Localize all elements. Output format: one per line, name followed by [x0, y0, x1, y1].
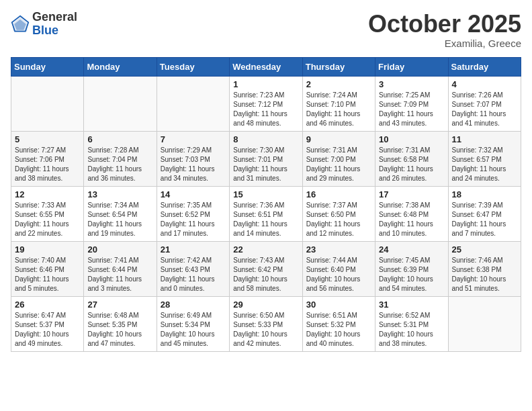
table-row: 1Sunrise: 7:23 AM Sunset: 7:12 PM Daylig… [230, 76, 302, 131]
day-detail: Sunrise: 7:43 AM Sunset: 6:42 PM Dayligh… [233, 256, 298, 293]
col-tuesday: Tuesday [157, 57, 229, 76]
day-detail: Sunrise: 6:50 AM Sunset: 5:33 PM Dayligh… [233, 311, 298, 349]
calendar-week-row: 19Sunrise: 7:40 AM Sunset: 6:46 PM Dayli… [11, 241, 521, 296]
col-monday: Monday [84, 57, 157, 76]
table-row: 18Sunrise: 7:39 AM Sunset: 6:47 PM Dayli… [448, 186, 521, 241]
day-number: 26 [15, 300, 80, 310]
day-detail: Sunrise: 7:37 AM Sunset: 6:50 PM Dayligh… [306, 201, 371, 238]
day-detail: Sunrise: 7:25 AM Sunset: 7:09 PM Dayligh… [379, 91, 444, 128]
calendar-table: Sunday Monday Tuesday Wednesday Thursday… [11, 57, 521, 352]
table-row: 12Sunrise: 7:33 AM Sunset: 6:55 PM Dayli… [11, 186, 84, 241]
day-number: 23 [306, 244, 371, 255]
day-number: 10 [379, 134, 444, 144]
day-number: 7 [161, 134, 226, 144]
day-detail: Sunrise: 7:38 AM Sunset: 6:48 PM Dayligh… [379, 201, 444, 238]
day-number: 24 [379, 244, 444, 255]
day-number: 9 [306, 134, 371, 144]
day-number: 18 [452, 189, 517, 199]
day-detail: Sunrise: 7:35 AM Sunset: 6:52 PM Dayligh… [161, 201, 226, 238]
day-detail: Sunrise: 7:46 AM Sunset: 6:38 PM Dayligh… [452, 256, 517, 293]
day-number: 2 [306, 79, 371, 89]
col-thursday: Thursday [302, 57, 375, 76]
table-row: 3Sunrise: 7:25 AM Sunset: 7:09 PM Daylig… [375, 76, 448, 131]
page-header: General Blue October 2025 Examilia, Gree… [11, 11, 521, 49]
day-detail: Sunrise: 7:27 AM Sunset: 7:06 PM Dayligh… [15, 146, 80, 183]
day-detail: Sunrise: 7:45 AM Sunset: 6:39 PM Dayligh… [379, 256, 444, 293]
day-detail: Sunrise: 7:31 AM Sunset: 6:58 PM Dayligh… [379, 146, 444, 183]
table-row: 26Sunrise: 6:47 AM Sunset: 5:37 PM Dayli… [11, 296, 84, 351]
day-number: 22 [233, 244, 298, 255]
day-detail: Sunrise: 7:34 AM Sunset: 6:54 PM Dayligh… [87, 201, 152, 238]
col-sunday: Sunday [11, 57, 84, 76]
day-number: 27 [87, 300, 152, 310]
table-row: 20Sunrise: 7:41 AM Sunset: 6:44 PM Dayli… [84, 241, 157, 296]
table-row: 14Sunrise: 7:35 AM Sunset: 6:52 PM Dayli… [157, 186, 229, 241]
logo-blue: Blue [32, 24, 58, 37]
calendar-week-row: 1Sunrise: 7:23 AM Sunset: 7:12 PM Daylig… [11, 76, 521, 131]
table-row: 21Sunrise: 7:42 AM Sunset: 6:43 PM Dayli… [157, 241, 229, 296]
table-row: 29Sunrise: 6:50 AM Sunset: 5:33 PM Dayli… [230, 296, 302, 351]
day-number: 25 [452, 244, 517, 255]
table-row: 6Sunrise: 7:28 AM Sunset: 7:04 PM Daylig… [84, 131, 157, 186]
table-row: 2Sunrise: 7:24 AM Sunset: 7:10 PM Daylig… [302, 76, 375, 131]
table-row: 19Sunrise: 7:40 AM Sunset: 6:46 PM Dayli… [11, 241, 84, 296]
day-number: 15 [233, 189, 298, 199]
day-number: 17 [379, 189, 444, 199]
day-number: 14 [161, 189, 226, 199]
day-number: 30 [306, 300, 371, 310]
table-row: 11Sunrise: 7:32 AM Sunset: 6:57 PM Dayli… [448, 131, 521, 186]
day-detail: Sunrise: 7:42 AM Sunset: 6:43 PM Dayligh… [161, 256, 226, 293]
day-number: 11 [452, 134, 517, 144]
col-saturday: Saturday [448, 57, 521, 76]
day-detail: Sunrise: 7:28 AM Sunset: 7:04 PM Dayligh… [87, 146, 152, 183]
calendar-week-row: 26Sunrise: 6:47 AM Sunset: 5:37 PM Dayli… [11, 296, 521, 351]
day-number: 29 [233, 300, 298, 310]
table-row: 9Sunrise: 7:31 AM Sunset: 7:00 PM Daylig… [302, 131, 375, 186]
logo-text: General Blue [32, 11, 77, 38]
day-detail: Sunrise: 7:36 AM Sunset: 6:51 PM Dayligh… [233, 201, 298, 238]
day-detail: Sunrise: 6:49 AM Sunset: 5:34 PM Dayligh… [161, 311, 226, 349]
table-row: 5Sunrise: 7:27 AM Sunset: 7:06 PM Daylig… [11, 131, 84, 186]
day-detail: Sunrise: 7:41 AM Sunset: 6:44 PM Dayligh… [87, 256, 152, 293]
table-row: 17Sunrise: 7:38 AM Sunset: 6:48 PM Dayli… [375, 186, 448, 241]
day-detail: Sunrise: 7:30 AM Sunset: 7:01 PM Dayligh… [233, 146, 298, 183]
location-subtitle: Examilia, Greece [368, 38, 521, 49]
day-number: 3 [379, 79, 444, 89]
logo-icon [11, 15, 30, 34]
day-detail: Sunrise: 7:40 AM Sunset: 6:46 PM Dayligh… [15, 256, 80, 293]
table-row: 15Sunrise: 7:36 AM Sunset: 6:51 PM Dayli… [230, 186, 302, 241]
day-number: 28 [161, 300, 226, 310]
day-detail: Sunrise: 7:29 AM Sunset: 7:03 PM Dayligh… [161, 146, 226, 183]
day-detail: Sunrise: 6:51 AM Sunset: 5:32 PM Dayligh… [306, 311, 371, 349]
day-detail: Sunrise: 7:24 AM Sunset: 7:10 PM Dayligh… [306, 91, 371, 128]
calendar-week-row: 5Sunrise: 7:27 AM Sunset: 7:06 PM Daylig… [11, 131, 521, 186]
day-number: 16 [306, 189, 371, 199]
table-row: 30Sunrise: 6:51 AM Sunset: 5:32 PM Dayli… [302, 296, 375, 351]
calendar-header-row: Sunday Monday Tuesday Wednesday Thursday… [11, 57, 521, 76]
day-detail: Sunrise: 6:52 AM Sunset: 5:31 PM Dayligh… [379, 311, 444, 349]
day-number: 21 [161, 244, 226, 255]
col-friday: Friday [375, 57, 448, 76]
table-row: 25Sunrise: 7:46 AM Sunset: 6:38 PM Dayli… [448, 241, 521, 296]
table-row [157, 76, 229, 131]
day-detail: Sunrise: 7:26 AM Sunset: 7:07 PM Dayligh… [452, 91, 517, 128]
day-detail: Sunrise: 6:48 AM Sunset: 5:35 PM Dayligh… [87, 311, 152, 349]
logo-general: General [32, 10, 77, 24]
day-number: 19 [15, 244, 80, 255]
table-row: 27Sunrise: 6:48 AM Sunset: 5:35 PM Dayli… [84, 296, 157, 351]
day-number: 13 [87, 189, 152, 199]
table-row: 28Sunrise: 6:49 AM Sunset: 5:34 PM Dayli… [157, 296, 229, 351]
day-number: 12 [15, 189, 80, 199]
day-number: 20 [87, 244, 152, 255]
table-row [84, 76, 157, 131]
day-number: 5 [15, 134, 80, 144]
table-row: 22Sunrise: 7:43 AM Sunset: 6:42 PM Dayli… [230, 241, 302, 296]
table-row: 4Sunrise: 7:26 AM Sunset: 7:07 PM Daylig… [448, 76, 521, 131]
table-row: 13Sunrise: 7:34 AM Sunset: 6:54 PM Dayli… [84, 186, 157, 241]
table-row [448, 296, 521, 351]
table-row: 31Sunrise: 6:52 AM Sunset: 5:31 PM Dayli… [375, 296, 448, 351]
day-number: 6 [87, 134, 152, 144]
col-wednesday: Wednesday [230, 57, 302, 76]
day-detail: Sunrise: 7:31 AM Sunset: 7:00 PM Dayligh… [306, 146, 371, 183]
day-number: 31 [379, 300, 444, 310]
